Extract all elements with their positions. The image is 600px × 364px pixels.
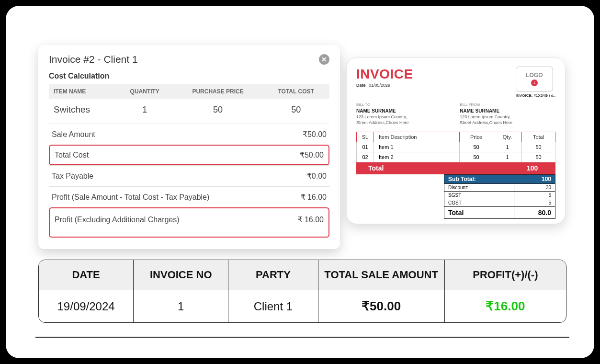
sgst-label: SGST <box>444 191 514 199</box>
label: Tax Payable <box>52 172 93 181</box>
item-price: 50 <box>173 99 263 121</box>
cell-date: 19/09/2024 <box>39 290 134 322</box>
bill-from-name: NAME SURNAME <box>460 108 555 114</box>
final-value: 80.0 <box>514 206 555 218</box>
cell-price: 50 <box>460 152 493 162</box>
bill-from-label: BILL FROM <box>460 102 555 108</box>
final-label: Total <box>444 206 514 218</box>
cell-qty: 1 <box>493 142 522 152</box>
cell-desc: Item 1 <box>374 142 460 152</box>
col-sl: SL <box>357 132 374 142</box>
row-tax-payable: Tax Payable ₹0.00 <box>49 165 329 186</box>
bill-from-addr2: Street Address,Choes Here <box>460 120 555 125</box>
panel-header: Invoice #2 - Client 1 ✕ <box>49 54 329 65</box>
value: ₹ 16.00 <box>301 193 327 202</box>
value: ₹50.00 <box>300 150 324 159</box>
plus-icon: + <box>531 80 538 86</box>
bill-to-label: BILL TO <box>356 102 452 108</box>
cell-sl: 01 <box>357 142 374 152</box>
value: ₹0.00 <box>307 171 327 181</box>
item-name: Switches <box>49 99 116 121</box>
row-profit-excl: Profit (Excluding Additional Charges) ₹ … <box>49 207 329 238</box>
col-price: Price <box>460 132 493 142</box>
item-row: Switches 1 50 50 <box>49 99 329 121</box>
value: ₹50.00 <box>303 130 327 139</box>
label: Total Cost <box>55 151 89 159</box>
discount-label: Discount: <box>444 183 514 191</box>
invoice-template-preview: INVOICE Date 01/05/2029 LOGO + INVOICE: … <box>346 57 566 224</box>
summary-table: DATE INVOICE NO PARTY TOTAL SALE AMOUNT … <box>38 260 566 323</box>
invoice-number: INVOICE: #1X24G \ d.. <box>516 93 555 98</box>
col-party: PARTY <box>228 260 318 290</box>
col-qty: QUANTITY <box>116 84 173 99</box>
bill-addresses: BILL TO NAME SURNAME 123 Lorem Ipsum Cou… <box>356 102 555 126</box>
invoice-subtotal-table: Sub Total: 100 Discount: 30 SGST 5 CGST … <box>444 174 555 219</box>
invoice-items-header: SL Item Description Price Qty. Total <box>357 132 555 142</box>
subtotal-value: 100 <box>514 174 555 183</box>
bill-to: BILL TO NAME SURNAME 123 Lorem Ipsum Cou… <box>356 102 452 126</box>
label: Profit (Sale Amount - Total Cost - Tax P… <box>52 193 209 202</box>
summary-header-row: DATE INVOICE NO PARTY TOTAL SALE AMOUNT … <box>39 260 566 290</box>
logo-placeholder[interactable]: LOGO + <box>516 67 553 91</box>
cell-total: 50 <box>522 152 555 162</box>
discount-row: Discount: 30 <box>444 183 555 191</box>
col-price: PURCHASE PRICE <box>173 84 263 99</box>
invoice-date: Date 01/05/2029 <box>356 83 413 88</box>
col-total: Total <box>522 132 555 142</box>
bill-to-addr2: Street Address,Choes Here <box>356 120 452 125</box>
panel-title: Invoice #2 - Client 1 <box>49 54 138 65</box>
cgst-row: CGST 5 <box>444 199 555 206</box>
bill-to-addr1: 123 Lorem Ipsum Country, <box>356 114 452 120</box>
label: Sale Amount <box>52 130 95 139</box>
bill-from-addr1: 123 Lorem Ipsum Country, <box>460 114 555 120</box>
cgst-label: CGST <box>444 199 514 206</box>
item-table: ITEM NAME QUANTITY PURCHASE PRICE TOTAL … <box>49 84 329 121</box>
cell-party: Client 1 <box>228 290 318 322</box>
logo-text: LOGO <box>526 72 543 79</box>
item-table-header: ITEM NAME QUANTITY PURCHASE PRICE TOTAL … <box>49 84 329 99</box>
final-total-row: Total 80.0 <box>444 206 555 218</box>
section-label: Cost Calculation <box>49 72 329 80</box>
value: ₹ 16.00 <box>298 215 324 224</box>
discount-value: 30 <box>514 183 555 191</box>
col-item: ITEM NAME <box>49 84 116 99</box>
sgst-row: SGST 5 <box>444 191 555 199</box>
cell-qty: 1 <box>493 152 522 162</box>
cell-amount: ₹50.00 <box>318 290 445 322</box>
total-value: 100 <box>522 162 555 174</box>
col-date: DATE <box>39 260 134 290</box>
close-icon[interactable]: ✕ <box>319 54 329 65</box>
col-total: TOTAL COST <box>262 84 329 99</box>
invoice-items-table: SL Item Description Price Qty. Total 01 … <box>356 132 555 174</box>
invoice-item-row: 02 Item 2 50 1 50 <box>357 152 555 162</box>
main-card: Invoice #2 - Client 1 ✕ Cost Calculation… <box>6 6 594 358</box>
underline <box>35 337 569 338</box>
total-label: Total <box>357 162 522 174</box>
cell-total: 50 <box>522 142 555 152</box>
col-profit: PROFIT(+)/(-) <box>445 260 566 290</box>
invoice-total-row: Total 100 <box>357 162 555 174</box>
invoice-heading-block: INVOICE Date 01/05/2029 <box>356 67 413 88</box>
calc-rows: Sale Amount ₹50.00 Total Cost ₹50.00 Tax… <box>49 124 329 238</box>
row-total-cost: Total Cost ₹50.00 <box>49 145 329 165</box>
bill-from: BILL FROM NAME SURNAME 123 Lorem Ipsum C… <box>460 102 555 126</box>
invoice-heading: INVOICE <box>356 67 413 82</box>
cost-calculation-panel: Invoice #2 - Client 1 ✕ Cost Calculation… <box>38 45 340 249</box>
cell-desc: Item 2 <box>374 152 460 162</box>
item-total: 50 <box>262 99 329 121</box>
date-label: Date <box>356 83 366 88</box>
sgst-value: 5 <box>514 191 555 199</box>
row-profit-full: Profit (Sale Amount - Total Cost - Tax P… <box>49 186 329 207</box>
bill-to-name: NAME SURNAME <box>356 108 452 114</box>
logo-block: LOGO + INVOICE: #1X24G \ d.. <box>516 67 555 98</box>
col-desc: Item Description <box>374 132 460 142</box>
row-sale-amount: Sale Amount ₹50.00 <box>49 124 329 145</box>
date-value: 01/05/2029 <box>369 83 390 88</box>
invoice-top: INVOICE Date 01/05/2029 LOGO + INVOICE: … <box>356 67 555 98</box>
col-qty: Qty. <box>493 132 522 142</box>
cgst-value: 5 <box>514 199 555 206</box>
cell-invoice-no: 1 <box>134 290 228 322</box>
col-total-sale: TOTAL SALE AMOUNT <box>318 260 445 290</box>
item-qty: 1 <box>116 99 173 121</box>
cell-profit: ₹16.00 <box>445 290 566 322</box>
